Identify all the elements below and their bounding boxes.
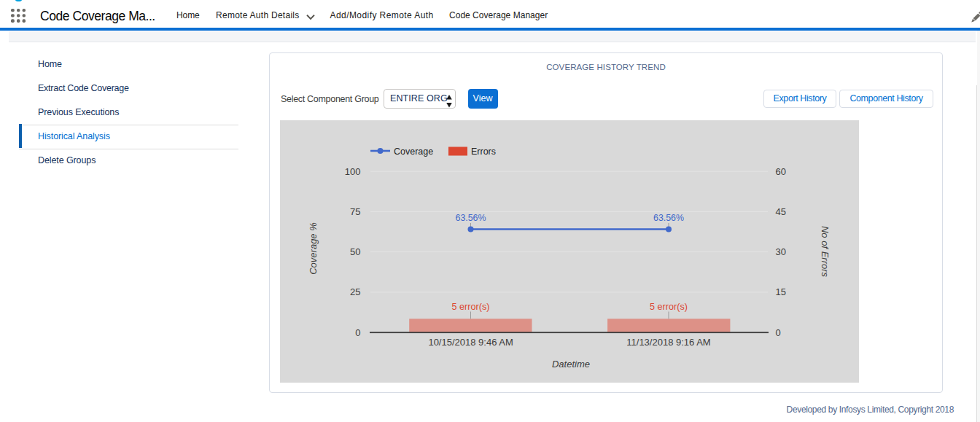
svg-text:60: 60: [776, 166, 786, 177]
svg-text:Coverage %: Coverage %: [308, 222, 319, 275]
svg-text:5 error(s): 5 error(s): [650, 302, 688, 312]
svg-text:11/13/2018 9:16 AM: 11/13/2018 9:16 AM: [626, 337, 710, 348]
svg-text:45: 45: [776, 206, 786, 217]
svg-text:50: 50: [350, 246, 360, 257]
svg-text:30: 30: [776, 246, 786, 257]
svg-text:5 error(s): 5 error(s): [452, 302, 490, 312]
svg-text:25: 25: [350, 286, 360, 297]
svg-text:No of Errors: No of Errors: [820, 226, 831, 278]
svg-text:0: 0: [776, 327, 781, 338]
svg-text:Coverage: Coverage: [394, 146, 433, 157]
svg-text:10/15/2018 9:46 AM: 10/15/2018 9:46 AM: [428, 337, 513, 348]
svg-text:100: 100: [345, 166, 361, 177]
svg-text:63.56%: 63.56%: [653, 213, 684, 223]
svg-text:75: 75: [350, 206, 360, 217]
svg-text:63.56%: 63.56%: [455, 213, 486, 223]
svg-text:Errors: Errors: [471, 146, 496, 157]
svg-text:15: 15: [776, 286, 786, 297]
svg-text:Datetime: Datetime: [552, 359, 590, 370]
svg-text:0: 0: [355, 327, 360, 338]
